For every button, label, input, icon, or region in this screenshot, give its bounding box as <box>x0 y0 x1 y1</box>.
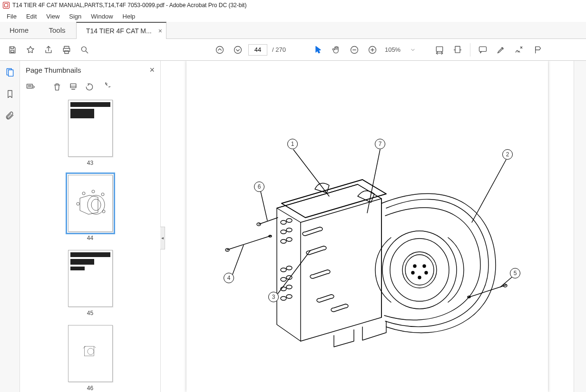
callout-2: 2 <box>502 149 513 160</box>
svg-point-43 <box>413 265 416 268</box>
callout-6: 6 <box>254 182 264 192</box>
thumbnail-page-45[interactable]: 45 <box>20 250 160 316</box>
hand-tool-icon[interactable] <box>329 42 344 57</box>
svg-point-19 <box>92 190 95 193</box>
tabs-row: Home Tools T14 TIER 4F CAT M... × <box>0 22 586 39</box>
svg-line-58 <box>275 251 310 297</box>
svg-point-37 <box>281 296 286 300</box>
comment-icon[interactable] <box>475 42 490 57</box>
svg-rect-15 <box>70 84 76 86</box>
svg-point-46 <box>425 271 428 274</box>
left-navigation-rail <box>0 61 20 392</box>
thumbnails-rail-icon[interactable] <box>3 66 17 79</box>
fit-width-icon[interactable] <box>432 42 447 57</box>
attachments-rail-icon[interactable] <box>3 109 17 123</box>
bookmarks-rail-icon[interactable] <box>3 87 17 101</box>
svg-line-55 <box>472 160 506 222</box>
svg-rect-13 <box>8 70 13 76</box>
print-icon[interactable] <box>59 42 74 57</box>
svg-point-33 <box>281 277 286 281</box>
callout-3: 3 <box>268 292 279 302</box>
selection-tool-icon[interactable] <box>311 42 326 57</box>
svg-point-41 <box>402 252 437 288</box>
tab-home[interactable]: Home <box>0 22 38 38</box>
menu-window[interactable]: Window <box>86 12 117 21</box>
window-titlebar: T14 TIER 4F CAT MANUAL,PARTS,T14,T4F 705… <box>0 0 586 10</box>
tab-document-label: T14 TIER 4F CAT M... <box>86 27 152 35</box>
menu-view[interactable]: View <box>41 12 64 21</box>
zoom-in-icon[interactable] <box>365 42 380 57</box>
page-number-input[interactable] <box>248 44 267 56</box>
svg-point-28 <box>286 228 292 232</box>
svg-point-30 <box>286 238 292 241</box>
stamp-icon[interactable] <box>529 42 545 57</box>
svg-point-4 <box>81 47 86 51</box>
sign-icon[interactable] <box>511 42 527 57</box>
find-icon[interactable] <box>77 42 92 57</box>
svg-point-17 <box>91 199 101 210</box>
svg-point-40 <box>390 239 449 301</box>
svg-line-54 <box>367 150 380 213</box>
close-tab-icon[interactable]: × <box>158 27 162 35</box>
page-total-label: / 270 <box>272 46 286 53</box>
svg-rect-14 <box>27 84 33 88</box>
pdf-file-icon <box>3 2 10 9</box>
svg-point-32 <box>286 266 292 270</box>
tab-document[interactable]: T14 TIER 4F CAT M... × <box>76 22 166 39</box>
close-panel-icon[interactable]: × <box>149 65 155 75</box>
print-pages-icon[interactable] <box>68 81 79 93</box>
svg-point-27 <box>281 230 286 234</box>
save-icon[interactable] <box>5 42 20 57</box>
rotate-cw-icon[interactable] <box>100 81 111 93</box>
svg-point-26 <box>286 219 292 222</box>
svg-point-36 <box>286 285 292 289</box>
svg-rect-23 <box>84 346 94 356</box>
svg-rect-3 <box>65 50 68 53</box>
collapse-panel-handle[interactable]: ◂ <box>160 227 165 249</box>
page-down-icon[interactable] <box>230 42 245 57</box>
svg-point-47 <box>418 276 421 279</box>
svg-rect-9 <box>437 47 443 51</box>
svg-point-5 <box>216 46 224 53</box>
thumbnails-list[interactable]: 43 44 45 <box>20 95 160 392</box>
thumbnail-page-46[interactable]: 46 <box>20 325 160 392</box>
thumbnail-page-43[interactable]: 43 <box>20 100 160 166</box>
share-icon[interactable] <box>41 42 56 57</box>
panel-options-icon[interactable] <box>25 81 36 93</box>
svg-point-18 <box>82 192 85 195</box>
svg-rect-0 <box>11 50 14 52</box>
delete-page-icon[interactable] <box>51 81 63 93</box>
highlight-icon[interactable] <box>493 42 508 57</box>
right-tools-rail[interactable] <box>574 61 586 392</box>
svg-rect-10 <box>455 46 460 52</box>
svg-point-29 <box>281 239 286 243</box>
menu-help[interactable]: Help <box>118 12 140 21</box>
main-toolbar: / 270 105% <box>0 39 586 61</box>
main-area: Page Thumbnails × 43 <box>0 61 586 392</box>
svg-point-39 <box>382 231 457 309</box>
thumbnail-page-44[interactable]: 44 <box>20 175 160 241</box>
zoom-dropdown-icon[interactable] <box>405 42 420 57</box>
parts-diagram <box>186 61 548 392</box>
tab-tools[interactable]: Tools <box>38 22 76 38</box>
svg-point-20 <box>101 193 104 196</box>
pdf-page: 1 7 2 6 4 3 5 <box>186 61 548 392</box>
fit-page-icon[interactable] <box>450 42 465 57</box>
callout-7: 7 <box>375 139 385 149</box>
zoom-out-icon[interactable] <box>347 42 362 57</box>
thumbnails-panel: Page Thumbnails × 43 <box>20 61 161 392</box>
menu-bar: File Edit View Sign Window Help <box>0 10 586 22</box>
thumbnails-panel-title: Page Thumbnails <box>26 66 81 74</box>
menu-file[interactable]: File <box>2 12 21 21</box>
callout-5: 5 <box>510 268 520 278</box>
menu-edit[interactable]: Edit <box>21 12 41 21</box>
page-up-icon[interactable] <box>212 42 227 57</box>
menu-sign[interactable]: Sign <box>64 12 86 21</box>
callout-1: 1 <box>287 139 298 149</box>
page-viewer[interactable]: 1 7 2 6 4 3 5 <box>161 61 574 392</box>
window-title: T14 TIER 4F CAT MANUAL,PARTS,T14,T4F 705… <box>12 2 246 9</box>
star-icon[interactable] <box>23 42 38 57</box>
callout-4: 4 <box>224 273 234 283</box>
rotate-ccw-icon[interactable] <box>84 81 95 93</box>
svg-point-38 <box>286 295 292 298</box>
